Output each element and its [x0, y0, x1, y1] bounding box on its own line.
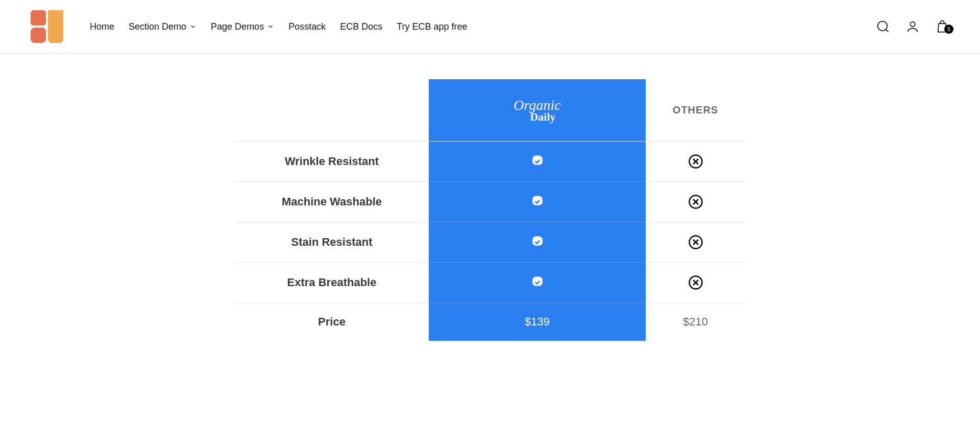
x-circle-icon	[688, 275, 703, 290]
header-others-cell: OTHERS	[646, 79, 745, 142]
brand-value-cell	[429, 263, 646, 303]
user-icon	[905, 19, 920, 34]
feature-label: Stain Resistant	[235, 222, 429, 263]
site-logo[interactable]	[31, 10, 63, 43]
svg-point-11	[878, 21, 888, 31]
table-row: Wrinkle Resistant	[235, 142, 745, 182]
table-price-row: Price $139 $210	[235, 303, 745, 341]
header-empty-cell	[235, 79, 429, 142]
header-left: Home Section Demo Page Demos Posstack EC…	[31, 10, 468, 43]
nav-label: Section Demo	[129, 21, 186, 32]
feature-label: Machine Washable	[235, 182, 429, 222]
nav-label: ECB Docs	[340, 21, 382, 32]
svg-point-13	[910, 22, 915, 27]
table-header-row: Organic Daily OTHERS	[235, 79, 745, 142]
others-value-cell	[646, 182, 745, 222]
nav-item-home[interactable]: Home	[90, 21, 114, 32]
others-price-cell: $210	[646, 303, 745, 341]
table-row: Stain Resistant	[235, 222, 745, 263]
feature-label: Wrinkle Resistant	[235, 142, 429, 182]
x-circle-icon	[688, 235, 703, 250]
nav-label: Try ECB app free	[397, 21, 467, 32]
nav-label: Home	[90, 21, 114, 32]
brand-price: $139	[525, 315, 550, 329]
brand-price-cell: $139	[429, 303, 646, 341]
cart-count-badge: 5	[944, 25, 953, 34]
nav-item-page-demos[interactable]: Page Demos	[211, 21, 274, 32]
main-content: Organic Daily OTHERS Wrinkle Resistant	[0, 54, 980, 382]
chevron-down-icon	[267, 23, 274, 30]
others-value-cell	[646, 142, 745, 182]
others-value-cell	[646, 222, 745, 263]
verified-check-icon	[530, 194, 545, 209]
nav-item-ecb-docs[interactable]: ECB Docs	[340, 21, 382, 32]
x-circle-icon	[688, 194, 703, 209]
chevron-down-icon	[189, 23, 197, 30]
svg-rect-10	[31, 28, 46, 43]
svg-rect-9	[48, 10, 63, 43]
nav-item-section-demo[interactable]: Section Demo	[129, 21, 197, 32]
table-row: Machine Washable	[235, 182, 745, 222]
search-icon	[876, 19, 890, 34]
others-price: $210	[683, 315, 708, 329]
brand-value-cell	[429, 182, 646, 222]
logo-icon	[31, 10, 63, 43]
svg-rect-8	[31, 10, 46, 26]
header-brand-cell: Organic Daily	[429, 79, 646, 142]
comparison-table: Organic Daily OTHERS Wrinkle Resistant	[235, 79, 745, 341]
x-circle-icon	[688, 154, 703, 169]
nav-item-try-ecb[interactable]: Try ECB app free	[397, 21, 467, 32]
nav-item-posstack[interactable]: Posstack	[288, 21, 326, 32]
brand-name-line2: Daily	[530, 111, 555, 123]
others-value-cell	[646, 263, 745, 303]
brand-value-cell	[429, 222, 646, 263]
verified-check-icon	[530, 235, 545, 250]
site-header: Home Section Demo Page Demos Posstack EC…	[0, 0, 980, 54]
nav-label: Posstack	[288, 21, 326, 32]
others-label: OTHERS	[673, 104, 718, 116]
header-right: 5	[876, 19, 949, 34]
nav-label: Page Demos	[211, 21, 264, 32]
svg-line-12	[886, 29, 888, 32]
feature-label: Extra Breathable	[235, 263, 429, 303]
account-button[interactable]	[905, 19, 920, 34]
brand-logo: Organic Daily	[513, 98, 560, 123]
verified-check-icon	[530, 154, 545, 169]
verified-check-icon	[530, 275, 545, 290]
cart-button[interactable]: 5	[935, 19, 949, 34]
search-button[interactable]	[876, 19, 890, 34]
main-nav: Home Section Demo Page Demos Posstack EC…	[90, 21, 468, 32]
brand-value-cell	[429, 142, 646, 182]
table-row: Extra Breathable	[235, 263, 745, 303]
price-label: Price	[235, 303, 429, 341]
